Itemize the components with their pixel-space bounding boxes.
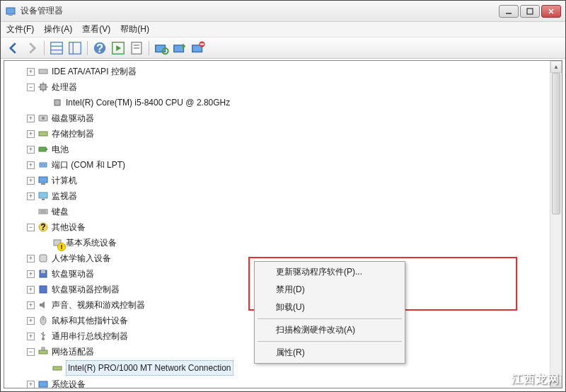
forward-button[interactable] xyxy=(23,40,40,57)
expand-icon[interactable]: + xyxy=(27,177,35,185)
toolbar-separator xyxy=(149,41,149,55)
tree-node-cpu-item[interactable]: Intel(R) Core(TM) i5-8400 CPU @ 2.80GHz xyxy=(41,95,562,110)
vertical-scrollbar[interactable]: ▲ ▼ xyxy=(550,61,562,388)
expand-icon[interactable]: + xyxy=(27,130,35,138)
tree-label: 声音、视频和游戏控制器 xyxy=(52,298,145,312)
mouse-icon xyxy=(37,315,49,326)
menu-scan-hardware[interactable]: 扫描检测硬件改动(A) xyxy=(256,321,403,339)
play-button[interactable] xyxy=(110,40,127,57)
cpu-icon xyxy=(52,97,63,108)
svg-rect-38 xyxy=(39,177,47,183)
update-driver-button[interactable] xyxy=(171,40,188,57)
svg-rect-39 xyxy=(41,183,45,185)
toolbar: ? xyxy=(1,38,565,59)
tree-label: 存储控制器 xyxy=(52,127,94,141)
svg-rect-41 xyxy=(42,199,45,200)
collapse-icon[interactable]: − xyxy=(27,224,35,231)
tree-node-ide[interactable]: +IDE ATA/ATAPI 控制器 xyxy=(27,64,562,79)
expand-icon[interactable]: + xyxy=(27,333,35,340)
menu-view[interactable]: 查看(V) xyxy=(82,23,110,35)
tree-label: 通用串行总线控制器 xyxy=(52,329,128,343)
svg-rect-24 xyxy=(40,84,46,90)
uninstall-button[interactable] xyxy=(190,40,207,57)
close-button[interactable] xyxy=(541,5,561,18)
tree-node-battery[interactable]: +电池 xyxy=(27,142,562,157)
menu-separator xyxy=(258,318,402,319)
tree-label: 键盘 xyxy=(52,204,69,219)
expand-icon[interactable]: + xyxy=(27,115,35,122)
collapse-icon[interactable]: − xyxy=(27,83,35,91)
scroll-thumb[interactable] xyxy=(552,73,560,214)
svg-rect-48 xyxy=(40,255,47,262)
tree-label: IDE ATA/ATAPI 控制器 xyxy=(52,64,137,79)
system-icon xyxy=(37,379,49,388)
expand-icon[interactable]: + xyxy=(27,68,35,76)
tree-node-monitor[interactable]: +监视器 xyxy=(27,188,562,204)
properties-button[interactable] xyxy=(128,40,145,57)
expand-icon[interactable]: + xyxy=(27,301,35,309)
expand-icon[interactable]: + xyxy=(27,192,35,200)
svg-rect-9 xyxy=(69,42,81,54)
tree-node-keyboard[interactable]: 键盘 xyxy=(27,204,562,219)
menubar: 文件(F) 操作(A) 查看(V) 帮助(H) xyxy=(1,22,565,38)
svg-text:?: ? xyxy=(96,41,103,54)
menu-file[interactable]: 文件(F) xyxy=(6,23,34,35)
expand-icon[interactable]: + xyxy=(27,286,35,294)
view-detail-button[interactable] xyxy=(67,40,83,57)
svg-rect-50 xyxy=(41,270,45,273)
view-list-button[interactable] xyxy=(48,40,65,57)
titlebar: 设备管理器 xyxy=(1,1,565,22)
port-icon xyxy=(37,159,49,171)
svg-rect-29 xyxy=(54,100,60,105)
svg-rect-59 xyxy=(39,381,47,387)
expand-icon[interactable]: + xyxy=(27,317,35,325)
svg-text:?: ? xyxy=(40,222,45,232)
expand-icon[interactable]: + xyxy=(27,255,35,263)
svg-point-37 xyxy=(44,164,45,166)
minimize-button[interactable] xyxy=(499,5,519,18)
network-adapter-icon xyxy=(52,362,63,374)
hid-icon xyxy=(37,253,49,264)
tree-node-computer[interactable]: +计算机 xyxy=(27,173,562,188)
help-button[interactable]: ? xyxy=(91,40,108,57)
expand-icon[interactable]: + xyxy=(27,161,35,169)
svg-rect-58 xyxy=(53,367,62,370)
svg-rect-51 xyxy=(40,286,47,293)
expand-icon[interactable]: + xyxy=(27,381,35,388)
svg-rect-19 xyxy=(174,45,184,52)
window-title: 设备管理器 xyxy=(21,5,499,17)
menu-disable[interactable]: 禁用(D) xyxy=(256,281,403,299)
collapse-icon[interactable]: − xyxy=(27,348,35,356)
window-buttons xyxy=(499,5,561,18)
expand-icon[interactable]: + xyxy=(27,270,35,278)
menu-help[interactable]: 帮助(H) xyxy=(120,23,149,35)
toolbar-separator xyxy=(87,41,88,55)
tree-label: 软盘驱动器控制器 xyxy=(52,282,120,296)
tree-label-selected: Intel(R) PRO/1000 MT Network Connection xyxy=(66,360,233,376)
svg-rect-42 xyxy=(39,209,47,214)
menu-update-driver[interactable]: 更新驱动程序软件(P)... xyxy=(256,263,403,281)
tree-node-disk[interactable]: +磁盘驱动器 xyxy=(27,110,562,126)
back-button[interactable] xyxy=(5,40,22,57)
svg-rect-6 xyxy=(51,42,63,54)
scan-hardware-button[interactable] xyxy=(153,40,170,57)
usb-icon xyxy=(37,330,49,342)
tree-node-cpu[interactable]: −处理器 xyxy=(27,79,562,95)
tree-node-other[interactable]: −?其他设备 xyxy=(27,219,562,235)
expand-icon[interactable]: + xyxy=(27,146,35,154)
svg-rect-1 xyxy=(8,15,13,16)
maximize-button[interactable] xyxy=(520,5,540,18)
tree-node-other-item[interactable]: 基本系统设备 xyxy=(41,235,562,250)
menu-properties[interactable]: 属性(R) xyxy=(256,344,403,362)
menu-action[interactable]: 操作(A) xyxy=(44,23,72,35)
tree-node-ports[interactable]: +端口 (COM 和 LPT) xyxy=(27,157,562,173)
svg-rect-56 xyxy=(39,350,47,354)
tree-label: 基本系统设备 xyxy=(66,236,117,250)
network-icon xyxy=(37,346,49,357)
tree-node-storage[interactable]: +存储控制器 xyxy=(27,126,562,142)
menu-uninstall[interactable]: 卸载(U) xyxy=(256,299,403,316)
tree-node-sysdev[interactable]: +系统设备 xyxy=(27,376,562,388)
floppy-icon xyxy=(37,268,49,279)
scroll-up-icon[interactable]: ▲ xyxy=(550,61,562,73)
other-icon: ? xyxy=(37,221,49,233)
